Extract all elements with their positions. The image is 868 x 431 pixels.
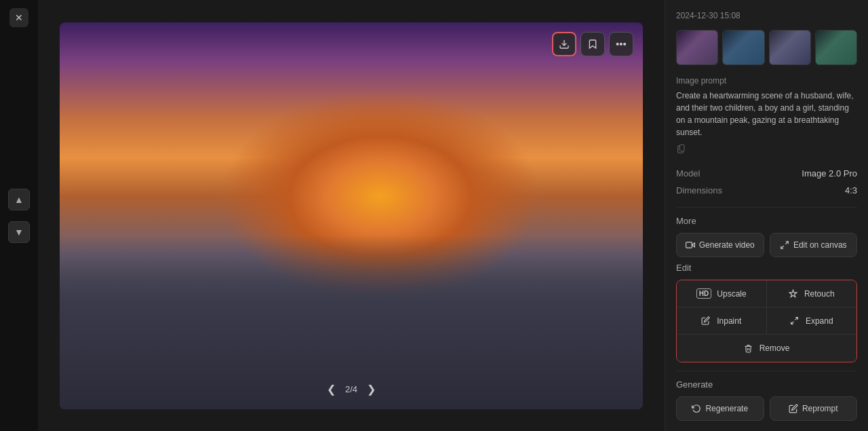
prev-arrow-icon: ❮	[327, 383, 336, 395]
right-panel: 2024-12-30 15:08 Image prompt Create a h…	[665, 0, 868, 431]
next-arrow-icon: ❯	[367, 383, 376, 395]
generate-heading: Generate	[676, 379, 857, 390]
download-icon	[559, 39, 570, 50]
copy-icon	[676, 144, 687, 155]
bookmark-button[interactable]	[580, 32, 605, 56]
nav-down-button[interactable]: ▼	[8, 221, 30, 243]
dimensions-label: Dimensions	[676, 185, 722, 195]
bookmark-icon	[587, 39, 598, 50]
nav-up-button[interactable]: ▲	[8, 189, 30, 210]
meta-section: Model Image 2.0 Pro Dimensions 4:3	[676, 165, 857, 199]
svg-rect-1	[679, 145, 684, 151]
model-label: Model	[676, 168, 700, 179]
generate-video-label: Generate video	[699, 240, 755, 250]
next-image-button[interactable]: ❯	[364, 380, 378, 398]
generate-video-button[interactable]: Generate video	[676, 233, 764, 257]
divider-1	[676, 207, 857, 208]
inpaint-label: Inpaint	[717, 316, 741, 326]
more-actions-row: Generate video Edit on canvas	[676, 233, 857, 257]
image-container: ••• ❮ 2/4 ❯	[60, 22, 643, 409]
retouch-label: Retouch	[804, 289, 835, 299]
edit-heading: Edit	[676, 263, 857, 273]
reprompt-label: Reprompt	[802, 404, 838, 413]
regenerate-label: Regenerate	[705, 404, 748, 413]
expand-icon	[790, 316, 799, 325]
main-area: ••• ❮ 2/4 ❯	[38, 0, 665, 431]
regenerate-button[interactable]: Regenerate	[676, 396, 764, 421]
edit-on-canvas-label: Edit on canvas	[793, 240, 847, 250]
svg-line-7	[791, 322, 794, 324]
model-row: Model Image 2.0 Pro	[676, 165, 857, 182]
chevron-down-icon: ▼	[14, 227, 24, 238]
download-button[interactable]	[552, 32, 576, 56]
video-icon	[686, 240, 695, 250]
image-nav: ❮ 2/4 ❯	[324, 380, 378, 398]
close-icon: ✕	[15, 12, 23, 23]
timestamp: 2024-12-30 15:08	[676, 11, 857, 20]
model-value: Image 2.0 Pro	[802, 168, 857, 179]
dimensions-value: 4:3	[845, 185, 857, 195]
thumbnail-1[interactable]	[676, 30, 718, 65]
svg-line-5	[781, 246, 784, 248]
canvas-icon	[780, 240, 789, 250]
prev-image-button[interactable]: ❮	[324, 380, 338, 398]
svg-line-4	[785, 242, 788, 244]
close-button[interactable]: ✕	[9, 8, 28, 27]
image-counter: 2/4	[345, 384, 357, 394]
thumbnail-2[interactable]	[722, 30, 764, 65]
svg-line-6	[795, 318, 797, 320]
upscale-button[interactable]: HD Upscale	[677, 280, 767, 307]
image-prompt-label: Image prompt	[676, 76, 857, 86]
retouch-icon	[789, 289, 797, 298]
generate-section: Generate Regenerate Reprompt	[676, 379, 857, 421]
remove-icon	[744, 344, 753, 353]
thumbnail-3[interactable]	[769, 30, 811, 65]
thumbnail-strip	[676, 30, 857, 65]
more-heading: More	[676, 216, 857, 226]
svg-marker-2	[692, 243, 694, 247]
reprompt-icon	[789, 404, 798, 413]
regenerate-icon	[692, 404, 701, 413]
retouch-button[interactable]: Retouch	[767, 280, 857, 307]
main-image	[60, 22, 643, 409]
reprompt-button[interactable]: Reprompt	[770, 396, 858, 421]
edit-grid: HD Upscale Retouch Inpaint	[676, 280, 857, 362]
hd-icon: HD	[696, 288, 711, 299]
prompt-text: Create a heartwarming scene of a husband…	[676, 90, 857, 138]
remove-label: Remove	[760, 343, 790, 353]
more-dots-icon: •••	[616, 38, 627, 50]
image-prompt-section: Image prompt Create a heartwarming scene…	[676, 76, 857, 157]
left-sidebar: ▲ ▼	[0, 0, 38, 431]
generate-actions-row: Regenerate Reprompt	[676, 396, 857, 421]
image-toolbar: •••	[552, 32, 633, 56]
more-options-button[interactable]: •••	[609, 32, 633, 56]
chevron-up-icon: ▲	[14, 194, 24, 205]
expand-label: Expand	[806, 316, 833, 326]
inpaint-icon	[701, 316, 710, 325]
svg-rect-3	[686, 242, 692, 248]
copy-prompt-button[interactable]	[676, 144, 687, 157]
expand-button[interactable]: Expand	[767, 307, 857, 335]
remove-button[interactable]: Remove	[677, 335, 856, 362]
dimensions-row: Dimensions 4:3	[676, 182, 857, 199]
edit-on-canvas-button[interactable]: Edit on canvas	[770, 233, 858, 257]
edit-section: Edit HD Upscale Retouch Inpaint	[676, 263, 857, 362]
more-section: More Generate video Edit on canvas	[676, 216, 857, 257]
divider-2	[676, 371, 857, 371]
upscale-label: Upscale	[717, 289, 746, 299]
thumbnail-4[interactable]	[815, 30, 857, 65]
inpaint-button[interactable]: Inpaint	[677, 307, 767, 335]
